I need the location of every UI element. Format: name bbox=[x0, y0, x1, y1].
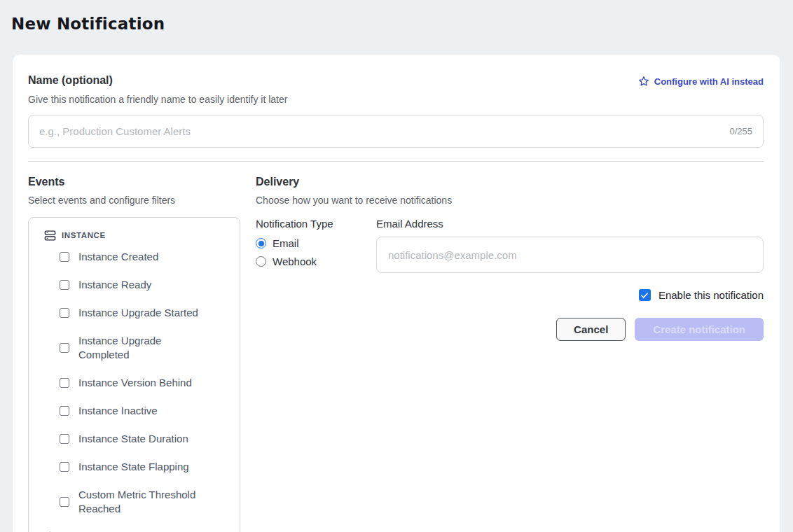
star-icon bbox=[638, 76, 649, 87]
server-icon bbox=[44, 230, 56, 241]
name-section: Name (optional) Configure with AI instea… bbox=[13, 55, 780, 162]
radio-unselected-icon[interactable] bbox=[256, 256, 266, 267]
event-label: Instance Inactive bbox=[78, 404, 158, 418]
event-group-release[interactable]: RELEASE bbox=[44, 528, 240, 532]
radio-selected-icon[interactable] bbox=[256, 238, 266, 248]
radio-label: Email bbox=[273, 237, 299, 249]
radio-label: Webhook bbox=[273, 255, 317, 267]
notification-type-label: Notification Type bbox=[256, 218, 376, 230]
checkbox-icon[interactable] bbox=[60, 280, 69, 290]
radio-option-webhook[interactable]: Webhook bbox=[256, 255, 376, 267]
event-group-label: INSTANCE bbox=[62, 231, 106, 239]
checkbox-icon[interactable] bbox=[60, 434, 69, 444]
event-row-instance-upgrade-completed[interactable]: Instance Upgrade Completed bbox=[44, 334, 240, 362]
email-address-input[interactable]: notifications@example.com bbox=[376, 237, 764, 273]
event-row-instance-upgrade-started[interactable]: Instance Upgrade Started bbox=[44, 306, 240, 320]
events-column: Events Select events and configure filte… bbox=[28, 176, 240, 532]
event-label: Instance State Duration bbox=[78, 432, 188, 446]
notification-name-input[interactable]: e.g., Production Customer Alerts 0/255 bbox=[28, 115, 764, 148]
configure-with-ai-label: Configure with AI instead bbox=[654, 76, 764, 87]
configure-with-ai-link[interactable]: Configure with AI instead bbox=[638, 76, 764, 87]
name-section-description: Give this notification a friendly name t… bbox=[28, 94, 764, 105]
event-label: Instance Version Behind bbox=[78, 376, 192, 390]
email-placeholder: notifications@example.com bbox=[388, 249, 752, 261]
events-heading: Events bbox=[28, 176, 240, 188]
checkbox-icon[interactable] bbox=[60, 343, 69, 353]
delivery-column: Delivery Choose how you want to receive … bbox=[256, 176, 764, 532]
enable-notification-toggle[interactable]: Enable this notification bbox=[376, 289, 764, 301]
event-label: Instance State Flapping bbox=[78, 460, 189, 474]
events-list-box[interactable]: INSTANCE Instance Created Instance Ready… bbox=[28, 217, 240, 532]
events-subtitle: Select events and configure filters bbox=[28, 195, 240, 206]
checkbox-icon[interactable] bbox=[60, 378, 69, 388]
name-section-heading: Name (optional) bbox=[28, 74, 113, 87]
event-label: Instance Created bbox=[78, 250, 158, 264]
new-notification-card: Name (optional) Configure with AI instea… bbox=[13, 55, 780, 532]
page-title: New Notification bbox=[0, 0, 793, 33]
event-label: Instance Upgrade Completed bbox=[78, 334, 205, 362]
delivery-heading: Delivery bbox=[256, 176, 764, 188]
event-row-instance-version-behind[interactable]: Instance Version Behind bbox=[44, 376, 240, 390]
event-group-instance[interactable]: INSTANCE bbox=[44, 227, 240, 244]
notification-name-placeholder: e.g., Production Customer Alerts bbox=[39, 125, 729, 137]
radio-option-email[interactable]: Email bbox=[256, 237, 376, 249]
checkbox-icon[interactable] bbox=[60, 497, 69, 507]
delivery-subtitle: Choose how you want to receive notificat… bbox=[256, 195, 764, 206]
checkbox-icon[interactable] bbox=[60, 406, 69, 416]
cancel-button[interactable]: Cancel bbox=[556, 318, 626, 341]
event-label: Custom Metric Threshold Reached bbox=[78, 488, 205, 516]
enable-notification-label: Enable this notification bbox=[658, 289, 764, 301]
char-counter: 0/255 bbox=[729, 126, 752, 136]
checkbox-checked-icon[interactable] bbox=[639, 289, 651, 301]
event-row-custom-metric-threshold[interactable]: Custom Metric Threshold Reached bbox=[44, 488, 240, 516]
event-row-instance-state-duration[interactable]: Instance State Duration bbox=[44, 432, 240, 446]
event-row-instance-ready[interactable]: Instance Ready bbox=[44, 278, 240, 292]
create-notification-button[interactable]: Create notification bbox=[635, 318, 764, 341]
checkbox-icon[interactable] bbox=[60, 462, 69, 472]
event-label: Instance Upgrade Started bbox=[78, 306, 198, 320]
event-row-instance-state-flapping[interactable]: Instance State Flapping bbox=[44, 460, 240, 474]
email-address-label: Email Address bbox=[376, 218, 764, 230]
event-row-instance-created[interactable]: Instance Created bbox=[44, 250, 240, 264]
event-row-instance-inactive[interactable]: Instance Inactive bbox=[44, 404, 240, 418]
checkbox-icon[interactable] bbox=[60, 308, 69, 318]
event-label: Instance Ready bbox=[78, 278, 151, 292]
checkbox-icon[interactable] bbox=[60, 252, 69, 262]
